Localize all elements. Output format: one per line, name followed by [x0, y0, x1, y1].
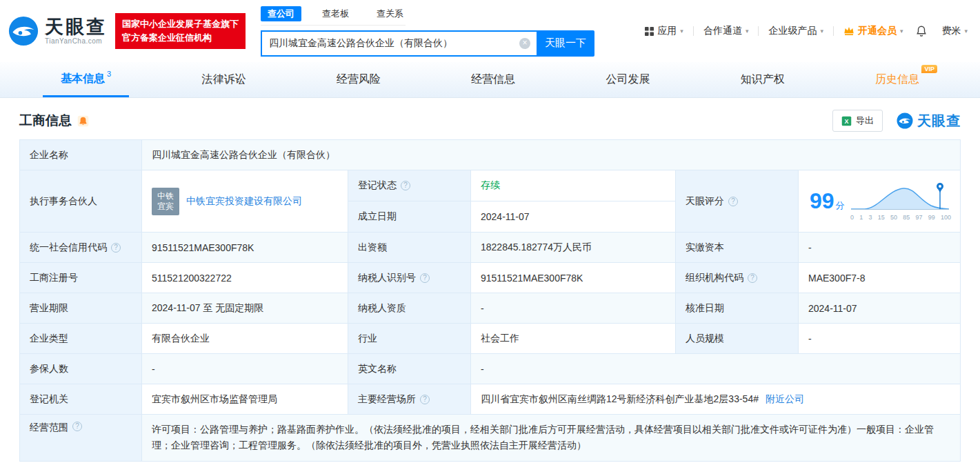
tab-development-label: 公司发展: [606, 72, 650, 87]
nav-divider: [758, 26, 759, 36]
nav-apps[interactable]: 应用 ▾: [645, 25, 683, 37]
chevron-down-icon: ▾: [900, 28, 903, 35]
help-icon[interactable]: ?: [111, 243, 121, 253]
section-header-actions: X 导出 天眼查: [832, 110, 961, 132]
tab-development[interactable]: 公司发展: [588, 62, 668, 97]
label-company-type: 企业类型: [20, 324, 142, 354]
label-staff-size: 人员规模: [676, 324, 799, 354]
partner-company-link[interactable]: 中铁宜宾投资建设有限公司: [186, 195, 302, 208]
help-icon[interactable]: ?: [420, 273, 430, 283]
chevron-down-icon: ▾: [680, 28, 683, 35]
company-name-value: 四川城宜金高速公路合伙企业（有限合伙）: [142, 140, 961, 170]
bell-icon: [915, 25, 928, 37]
help-icon[interactable]: ?: [728, 197, 738, 206]
paid-capital-value: -: [799, 233, 961, 263]
tab-risk-label: 经营风险: [337, 72, 381, 87]
nav-enterprise-products[interactable]: 企业级产品 ▾: [768, 25, 823, 37]
score-pin-icon: [937, 183, 943, 193]
notifications-bell[interactable]: [915, 25, 928, 37]
nearby-companies-link[interactable]: 附近公司: [766, 393, 804, 406]
status-badge: 存续: [481, 179, 500, 192]
svg-text:X: X: [844, 117, 848, 124]
tab-history[interactable]: 历史信息 VIP: [857, 62, 937, 97]
nav-apps-label: 应用: [657, 25, 677, 37]
search-button[interactable]: 天眼一下: [537, 30, 594, 57]
chevron-down-icon: ▾: [820, 28, 823, 35]
staff-size-value: -: [799, 324, 961, 354]
label-executive-partner: 执行事务合伙人: [20, 170, 142, 233]
english-name-value: -: [471, 354, 961, 384]
search-tab-relation[interactable]: 查关系: [370, 6, 410, 21]
nav-divider: [693, 26, 694, 36]
search-input[interactable]: [262, 38, 537, 49]
nav-open-vip[interactable]: 开通会员 ▾: [843, 25, 903, 37]
tab-history-label: 历史信息: [875, 72, 919, 87]
search-row: × 天眼一下: [261, 30, 596, 57]
chevron-down-icon: ▾: [746, 28, 749, 35]
logo-title: 天眼查: [45, 17, 107, 38]
taxpayer-id-value: 91511521MAE300F78K: [471, 263, 676, 293]
label-reg-authority: 登记机关: [20, 384, 142, 415]
label-business-address: 主要经营场所 ?: [348, 384, 471, 415]
search-tabs: 查公司 查老板 查关系: [261, 6, 406, 26]
watermark-text: 天眼查: [917, 112, 961, 130]
label-reg-status: 登记状态 ?: [348, 170, 471, 201]
tab-legal-label: 法律诉讼: [201, 72, 246, 87]
help-icon[interactable]: ?: [72, 422, 82, 431]
nav-cooperation[interactable]: 合作通道 ▾: [703, 25, 749, 37]
label-approval-date: 核准日期: [676, 293, 799, 324]
help-icon[interactable]: ?: [748, 273, 757, 283]
subscribe-bell[interactable]: [77, 115, 89, 127]
business-address-text: 四川省宜宾市叙州区南丝绸路12号新经济科创产业基地2层33-54#: [481, 393, 759, 406]
partner-company-logo[interactable]: 中铁 宜宾: [152, 188, 179, 215]
certification-badge-line2: 官方备案企业征信机构: [122, 31, 239, 45]
nav-divider: [833, 26, 834, 36]
business-info-table: 企业名称 四川城宜金高速公路合伙企业（有限合伙） 执行事务合伙人 中铁 宜宾 中…: [19, 139, 961, 462]
tab-risk[interactable]: 经营风险: [319, 62, 399, 97]
apps-grid-icon: [645, 27, 654, 36]
certification-badge-line1: 国家中小企业发展子基金旗下: [122, 17, 239, 31]
label-english-name: 英文名称: [348, 354, 471, 384]
nav-cooperation-label: 合作通道: [703, 25, 742, 37]
tab-ip-label: 知识产权: [741, 72, 785, 87]
tab-legal[interactable]: 法律诉讼: [183, 62, 263, 97]
orange-bell-icon: [77, 115, 89, 127]
business-scope-value: 许可项目：公路管理与养护；路基路面养护作业。（依法须经批准的项目，经相关部门批准…: [142, 415, 961, 462]
score-curve-svg: [848, 181, 952, 212]
label-capital: 出资额: [348, 233, 471, 263]
clear-search-icon[interactable]: ×: [519, 38, 530, 49]
search-tab-boss[interactable]: 查老板: [315, 6, 356, 21]
label-insured-count: 参保人数: [20, 354, 142, 384]
reg-status-value: 存续: [471, 170, 676, 201]
username: 费米: [941, 25, 961, 37]
tab-basic-info-label: 基本信息: [61, 72, 105, 86]
score-axis-ticks: 0131550859799100: [850, 214, 951, 221]
label-org-code: 组织机构代码 ?: [676, 263, 799, 293]
logo-subtitle: TianYanCha.com: [45, 37, 107, 45]
export-button-label: 导出: [856, 115, 874, 127]
search-block: 查公司 查老板 查关系 × 天眼一下: [261, 6, 596, 57]
tianyancha-eye-icon: [8, 16, 39, 46]
label-reg-number: 工商注册号: [20, 263, 142, 293]
label-taxpayer-quality: 纳税人资质: [348, 293, 471, 324]
search-input-wrap: ×: [261, 30, 537, 57]
insured-count-value: -: [142, 354, 348, 384]
tab-ip[interactable]: 知识产权: [723, 62, 803, 97]
nav-user[interactable]: 费米 ▾: [941, 25, 968, 37]
capital-value: 1822845.182774万人民币: [471, 233, 676, 263]
chevron-down-icon: ▾: [964, 28, 968, 35]
tianyancha-logo[interactable]: 天眼查 TianYanCha.com: [8, 16, 107, 46]
section-header: 工商信息 X 导出 天眼查: [19, 108, 961, 134]
company-type-value: 有限合伙企业: [142, 324, 348, 354]
search-tab-company[interactable]: 查公司: [261, 6, 301, 21]
top-nav: 应用 ▾ 合作通道 ▾ 企业级产品 ▾ 开通会员 ▾: [645, 25, 968, 37]
export-button[interactable]: X 导出: [832, 110, 883, 132]
approval-date-value: 2024-11-07: [799, 293, 961, 324]
help-icon[interactable]: ?: [420, 395, 430, 404]
tianyancha-watermark: 天眼查: [897, 112, 961, 130]
label-tianyan-score: 天眼评分 ?: [676, 170, 799, 233]
help-icon[interactable]: ?: [401, 181, 410, 190]
score-curve-chart: 0131550859799100: [848, 181, 953, 221]
tab-basic-info[interactable]: 基本信息 3: [43, 62, 129, 97]
tab-operation[interactable]: 经营信息: [453, 62, 533, 97]
